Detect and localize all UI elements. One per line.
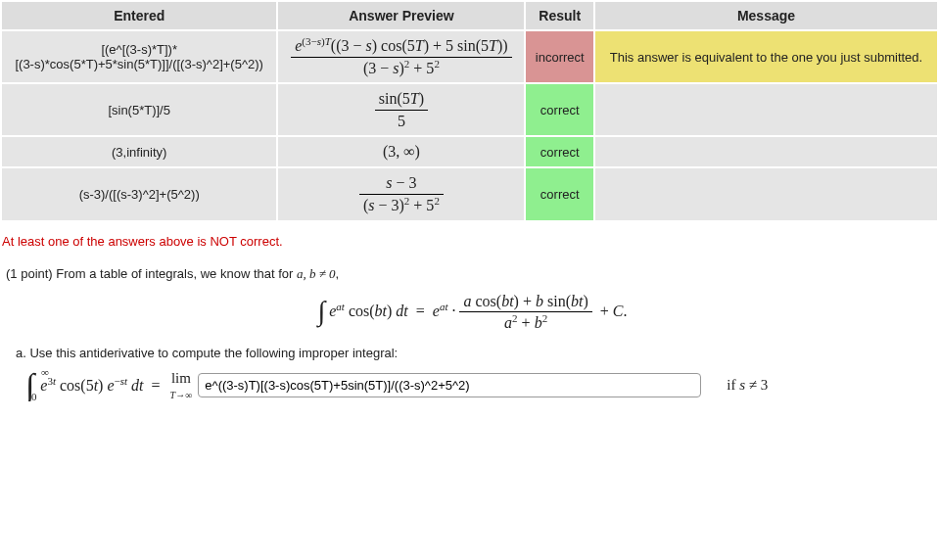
table-row: [sin(5*T)]/5 sin(5T) 5 correct <box>1 83 938 136</box>
col-message: Message <box>594 1 938 30</box>
entered-cell: [sin(5*T)]/5 <box>1 83 277 136</box>
limit-expr: lim T→∞ <box>170 370 193 401</box>
integrand: e3t cos(5t) e−st dt = <box>40 377 164 395</box>
preview-cell: e(3−s)T((3 − s) cos(5T) + 5 sin(5T)) (3 … <box>277 30 525 83</box>
warning-text: At least one of the answers above is NOT… <box>2 234 939 249</box>
result-cell: incorrect <box>525 30 594 83</box>
problem-intro: (1 point) From a table of integrals, we … <box>6 266 939 282</box>
preview-cell: (3, ∞) <box>277 136 525 167</box>
problem-body: (1 point) From a table of integrals, we … <box>0 266 939 401</box>
message-cell: This answer is equivalent to the one you… <box>594 30 938 83</box>
result-cell: correct <box>525 83 594 136</box>
col-result: Result <box>525 1 594 30</box>
col-entered: Entered <box>1 1 277 30</box>
table-row: [(e^[(3-s)*T])* [(3-s)*cos(5*T)+5*sin(5*… <box>1 30 938 83</box>
results-table: Entered Answer Preview Result Message [(… <box>0 0 939 222</box>
result-cell: correct <box>525 136 594 167</box>
integral-formula: ∫ eat cos(bt) dt = eat · a cos(bt) + b s… <box>6 292 939 332</box>
result-cell: correct <box>525 167 594 220</box>
integral-icon: ∫ ∞ 0 <box>25 372 34 398</box>
part-a-text: a. Use this antiderivative to compute th… <box>16 346 939 360</box>
table-row: (3,infinity) (3, ∞) correct <box>1 136 938 167</box>
message-cell <box>594 167 938 220</box>
intro-cond: a, b ≠ 0 <box>297 266 336 281</box>
preview-cell: s − 3 (s − 3)2 + 52 <box>277 167 525 220</box>
message-cell <box>594 83 938 136</box>
condition-text: if s ≠ 3 <box>727 377 768 394</box>
part-a-integral-row: ∫ ∞ 0 e3t cos(5t) e−st dt = lim T→∞ if s… <box>25 370 939 401</box>
table-row: (s-3)/([(s-3)^2]+(5^2)) s − 3 (s − 3)2 +… <box>1 167 938 220</box>
entered-cell: (s-3)/([(s-3)^2]+(5^2)) <box>1 167 277 220</box>
preview-cell: sin(5T) 5 <box>277 83 525 136</box>
col-preview: Answer Preview <box>277 1 525 30</box>
entered-cell: (3,infinity) <box>1 136 277 167</box>
message-cell <box>594 136 938 167</box>
intro-text: (1 point) From a table of integrals, we … <box>6 266 297 281</box>
entered-cell: [(e^[(3-s)*T])* [(3-s)*cos(5*T)+5*sin(5*… <box>1 30 277 83</box>
answer-input[interactable] <box>198 373 701 397</box>
